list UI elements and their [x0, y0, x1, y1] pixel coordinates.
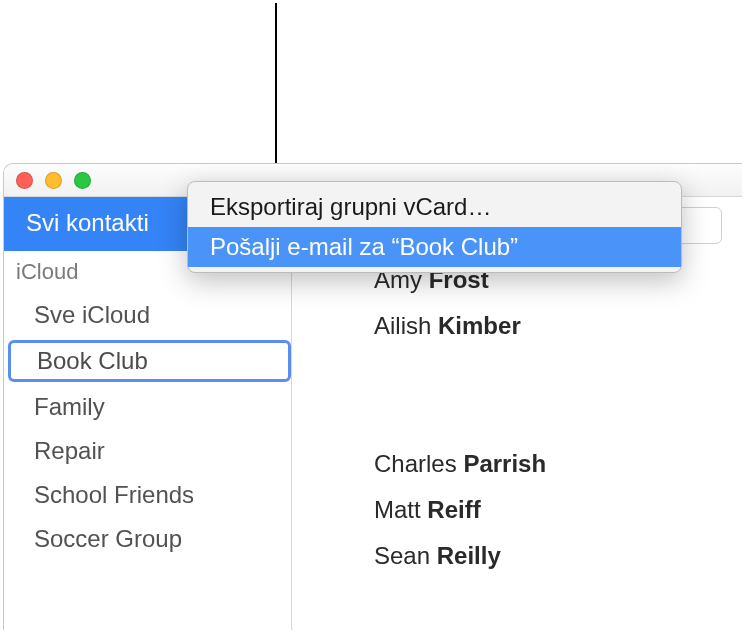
sidebar-item-soccer-group[interactable]: Soccer Group [4, 517, 291, 561]
contact-first-name: Matt [374, 496, 421, 523]
contacts-list: Amy Frost Ailish Kimber Charles Pa [292, 244, 742, 570]
zoom-window-button[interactable] [74, 172, 91, 189]
sidebar-item-school-friends[interactable]: School Friends [4, 473, 291, 517]
menu-item-export-vcard[interactable]: Eksportiraj grupni vCard… [188, 187, 681, 227]
minimize-window-button[interactable] [45, 172, 62, 189]
contact-last-name: Reiff [427, 496, 480, 523]
close-window-button[interactable] [16, 172, 33, 189]
contact-row[interactable] [374, 404, 742, 432]
callout-pointer-line [275, 3, 277, 163]
menu-item-send-email[interactable]: Pošalji e-mail za “Book Club” [188, 227, 681, 267]
contact-row[interactable]: Ailish Kimber [374, 312, 742, 340]
sidebar-item-repair[interactable]: Repair [4, 429, 291, 473]
contact-row[interactable]: Matt Reiff [374, 496, 742, 524]
contact-first-name: Sean [374, 542, 430, 569]
group-context-menu: Eksportiraj grupni vCard… Pošalji e-mail… [187, 181, 682, 273]
contact-last-name: Kimber [438, 312, 521, 339]
contact-last-name: Parrish [463, 450, 546, 477]
contact-row[interactable] [374, 358, 742, 386]
contact-first-name: Ailish [374, 312, 431, 339]
sidebar-item-all-icloud[interactable]: Sve iCloud [4, 293, 291, 337]
contact-last-name: Reilly [437, 542, 501, 569]
sidebar-item-book-club[interactable]: Book Club [8, 340, 291, 382]
contact-row[interactable]: Sean Reilly [374, 542, 742, 570]
contact-first-name: Charles [374, 450, 457, 477]
sidebar-item-family[interactable]: Family [4, 385, 291, 429]
contact-row[interactable]: Charles Parrish [374, 450, 742, 478]
